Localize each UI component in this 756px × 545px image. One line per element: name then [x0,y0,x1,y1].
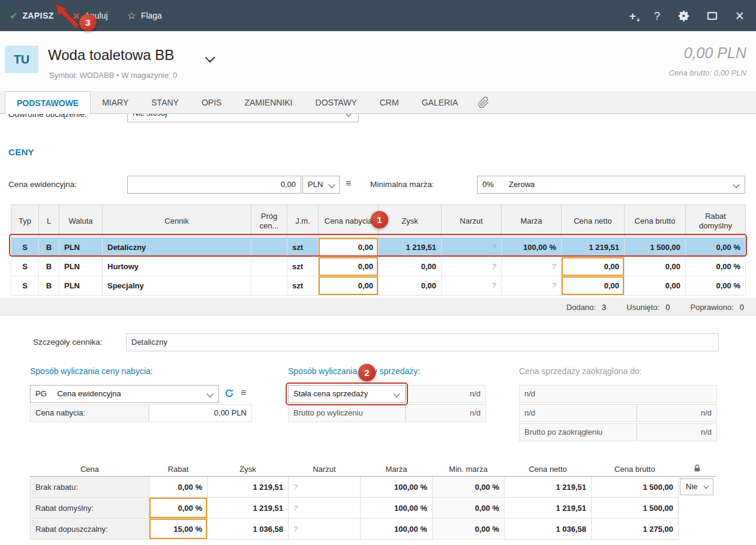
cell-cena-brutto[interactable]: 1 500,00 [625,238,686,257]
rabat-cell[interactable]: 0,00 % [149,498,208,519]
purchase-menu-icon[interactable]: ≡ [241,387,246,398]
cennik-details-input[interactable]: Detaliczny [126,333,719,351]
narzut-cell[interactable]: ? [289,498,361,519]
discount-row-brak-rabatu: Brak rabatu: 0,00 % 1 219,51 ? 100,00 % … [31,477,716,498]
cell-cena-netto[interactable]: 1 219,51 [562,238,625,257]
cell-cennik[interactable]: Detaliczny [103,238,251,257]
cell-narzut[interactable]: ? [442,257,502,276]
cell-l[interactable]: B [39,276,59,296]
discount-table-header-row: Cena Rabat Zysk Narzut Marża Min. marża … [31,462,716,477]
tab-podstawowe[interactable]: PODSTAWOWE [5,91,91,114]
help-icon[interactable]: ? [654,10,661,22]
cell-cennik[interactable]: Specjalny [103,276,251,296]
cell-cena-nabycia[interactable]: 0,00 [319,257,379,276]
maximize-icon[interactable] [707,12,717,20]
tab-galeria[interactable]: GALERIA [410,91,470,113]
cell-typ[interactable]: S [11,238,39,257]
cell-rabat-domyslny[interactable]: 0,00 % [686,238,746,257]
zysk-cell[interactable]: 1 219,51 [208,477,289,498]
cell-typ[interactable]: S [11,257,39,276]
cena-brutto-cell[interactable]: 1 500,00 [592,477,679,498]
cell-waluta[interactable]: PLN [59,276,103,296]
tab-miary[interactable]: MIARY [91,91,140,113]
cell-prog[interactable] [251,276,287,296]
cell-marza[interactable]: ? [502,276,562,296]
table-row-specjalny[interactable]: S B PLN Specjalny szt 0,00 0,00 ? ? 0,00… [11,276,746,296]
tab-opis[interactable]: OPIS [190,91,233,113]
tab-dostawy[interactable]: DOSTAWY [304,91,368,113]
lock-cell: Nie [679,477,716,498]
minimalna-marza-name: Zerowa [509,176,535,193]
lock-select[interactable]: Nie [680,478,713,495]
cell-l[interactable]: B [39,257,59,276]
cell-waluta[interactable]: PLN [59,257,103,276]
minimalna-marza-select[interactable]: 0% Zerowa [477,176,745,194]
cell-zysk[interactable]: 1 219,51 [379,238,442,257]
narzut-cell[interactable]: ? [289,519,361,540]
cell-zysk[interactable]: 0,00 [379,276,442,296]
zysk-cell[interactable]: 1 036,58 [208,519,289,540]
cell-cena-netto[interactable]: 0,00 [562,257,625,276]
rabat-cell: 0,00 % [149,477,208,498]
cell-cena-brutto[interactable]: 0,00 [625,276,686,296]
tab-stany[interactable]: STANY [140,91,190,113]
refresh-icon[interactable] [224,389,234,398]
cena-ewidencyjna-input[interactable]: 0,00 [127,176,301,194]
cell-waluta[interactable]: PLN [59,238,103,257]
column-header-cena-brutto: Cena brutto [625,205,686,238]
cell-narzut[interactable]: ? [442,276,502,296]
cena-ewidencyjna-label: Cena ewidencyjna: [8,180,77,189]
cell-cena-nabycia[interactable]: 0,00 [319,276,379,296]
cell-jm[interactable]: szt [287,257,319,276]
sale-method-select[interactable]: Stała cena sprzedaży [288,385,406,403]
cena-brutto-cell[interactable]: 1 275,00 [592,519,679,540]
toolbar: ✔ ZAPISZ × Anuluj ☆ Flaga ++ ? × [0,0,756,31]
cell-l[interactable]: B [39,238,59,257]
cell-cennik[interactable]: Hurtowy [103,257,251,276]
cell-jm[interactable]: szt [287,238,319,257]
close-icon[interactable]: × [735,8,744,23]
marza-cell[interactable]: 100,00 % [361,477,433,498]
cell-marza[interactable]: ? [502,257,562,276]
cell-prog[interactable] [251,257,287,276]
rounding-row1: n/d [519,385,717,403]
marza-cell[interactable]: 100,00 % [361,519,433,540]
gear-icon[interactable] [678,10,689,22]
table-row-hurtowy[interactable]: S B PLN Hurtowy szt 0,00 0,00 ? ? 0,00 0… [11,257,746,276]
marza-cell[interactable]: 100,00 % [361,498,433,519]
cell-rabat-domyslny[interactable]: 0,00 % [686,276,746,296]
title-chevron-down-icon[interactable] [205,53,215,63]
cell-narzut[interactable]: ? [442,238,502,257]
table-row-detaliczny[interactable]: S B PLN Detaliczny szt 0,00 1 219,51 ? 1… [11,238,746,257]
cell-rabat-domyslny[interactable]: 0,00 % [686,257,746,276]
tab-crm[interactable]: CRM [368,91,410,113]
cell-typ[interactable]: S [11,276,39,296]
rabat-cell[interactable]: 15,00 % [149,519,208,540]
cena-brutto-cell[interactable]: 1 500,00 [592,498,679,519]
cena-netto-cell[interactable]: 1 219,51 [505,498,592,519]
chevron-down-icon [345,114,352,117]
cell-marza[interactable]: 100,00 % [502,238,562,257]
narzut-cell[interactable]: ? [289,477,361,498]
chevron-down-icon [328,181,335,188]
zysk-cell[interactable]: 1 219,51 [208,498,289,519]
purchase-method-select[interactable]: PG Cena ewidencyjna [30,385,219,403]
cell-cena-brutto[interactable]: 0,00 [625,257,686,276]
sale-value-1: n/d [406,385,486,403]
cell-cena-netto[interactable]: 0,00 [562,276,625,296]
cell-jm[interactable]: szt [287,276,319,296]
cena-netto-cell[interactable]: 1 219,51 [505,477,592,498]
currency-menu-icon[interactable]: ≡ [346,178,351,189]
save-button[interactable]: ✔ ZAPISZ [10,10,54,22]
cena-nabycia-value[interactable]: 0,00 PLN [149,404,252,422]
flag-button[interactable]: ☆ Flaga [127,11,162,21]
attachment-icon[interactable] [478,91,490,113]
reverse-charge-select[interactable]: Nie stosuj [127,114,359,122]
cell-cena-nabycia[interactable]: 0,00 [319,238,379,257]
add-icon[interactable]: ++ [629,10,636,22]
cell-zysk[interactable]: 0,00 [379,257,442,276]
tab-zamienniki[interactable]: ZAMIENNIKI [233,91,304,113]
currency-select[interactable]: PLN [302,176,340,194]
cena-netto-cell[interactable]: 1 036,58 [505,519,592,540]
cell-prog[interactable] [251,238,287,257]
